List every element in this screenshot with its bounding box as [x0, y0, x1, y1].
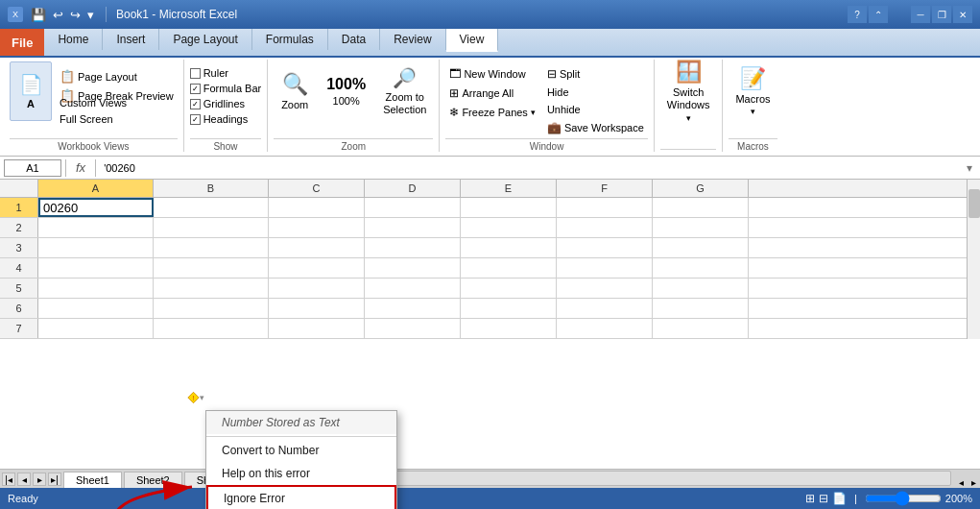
- row-num-6[interactable]: 6: [0, 299, 38, 318]
- row-num-2[interactable]: 2: [0, 218, 38, 237]
- headings-checkbox[interactable]: ✓: [190, 114, 201, 125]
- zoom-slider[interactable]: [865, 491, 942, 506]
- cell-d5[interactable]: [365, 279, 461, 298]
- view-toggle-normal[interactable]: ⊞: [805, 492, 815, 505]
- cell-g5[interactable]: [653, 279, 749, 298]
- convert-to-number-item[interactable]: Convert to Number: [206, 439, 396, 462]
- cell-b3[interactable]: [154, 238, 269, 257]
- ribbon-minimize-btn[interactable]: ⌃: [869, 6, 888, 23]
- save-quick-btn[interactable]: 💾: [29, 7, 48, 23]
- arrange-all-btn[interactable]: ⊞ Arrange All: [445, 85, 538, 102]
- full-screen-btn[interactable]: Full Screen: [56, 111, 178, 127]
- cell-d3[interactable]: [365, 238, 461, 257]
- cell-g6[interactable]: [653, 299, 749, 318]
- cell-e4[interactable]: [461, 258, 557, 278]
- cell-e6[interactable]: [461, 299, 557, 318]
- vertical-scrollbar[interactable]: [967, 180, 980, 339]
- help-button[interactable]: ?: [848, 6, 867, 23]
- cell-b1[interactable]: [154, 198, 269, 217]
- cell-d1[interactable]: [365, 198, 461, 217]
- normal-view-button[interactable]: 📄 A: [10, 61, 52, 121]
- custom-views-btn[interactable]: Custom Views: [56, 95, 178, 110]
- redo-btn[interactable]: ↪: [68, 7, 83, 23]
- restore-btn[interactable]: ❐: [932, 6, 951, 23]
- cell-g3[interactable]: [653, 238, 749, 257]
- macros-btn[interactable]: 📝 Macros ▾: [729, 61, 777, 121]
- cell-e5[interactable]: [461, 279, 557, 298]
- tab-formulas[interactable]: Formulas: [252, 29, 328, 50]
- cell-a7[interactable]: [38, 319, 154, 338]
- col-header-d[interactable]: D: [365, 180, 461, 197]
- close-btn[interactable]: ✕: [953, 6, 972, 23]
- col-header-a[interactable]: A: [38, 180, 154, 197]
- split-btn[interactable]: ⊟ Split: [543, 65, 648, 83]
- scrollbar-thumb[interactable]: [968, 189, 980, 218]
- cell-d2[interactable]: [365, 218, 461, 237]
- cell-a3[interactable]: [38, 238, 154, 257]
- sheet-nav-prev[interactable]: ◂: [17, 473, 31, 486]
- cell-c3[interactable]: [269, 238, 365, 257]
- formula-expand-icon[interactable]: ▾: [967, 161, 976, 175]
- quick-access-more[interactable]: ▾: [85, 7, 96, 23]
- row-num-7[interactable]: 7: [0, 319, 38, 338]
- switch-windows-btn[interactable]: 🪟 SwitchWindows ▾: [660, 61, 717, 121]
- cell-e3[interactable]: [461, 238, 557, 257]
- formula-bar-checkbox[interactable]: ✓: [190, 84, 201, 94]
- cell-a5[interactable]: [38, 279, 154, 298]
- cell-g4[interactable]: [653, 258, 749, 278]
- col-header-f[interactable]: F: [557, 180, 653, 197]
- row-num-1[interactable]: 1: [0, 198, 38, 217]
- row-num-4[interactable]: 4: [0, 258, 38, 278]
- sheet-nav-last[interactable]: ▸|: [48, 473, 61, 486]
- undo-btn[interactable]: ↩: [51, 7, 65, 23]
- col-header-c[interactable]: C: [269, 180, 365, 197]
- sheet-nav-next[interactable]: ▸: [33, 473, 46, 486]
- unhide-btn[interactable]: Unhide: [543, 102, 648, 117]
- zoom-selection-button[interactable]: 🔎 Zoom toSelection: [376, 61, 433, 121]
- cell-b6[interactable]: [154, 299, 269, 318]
- cell-d4[interactable]: [365, 258, 461, 278]
- cell-b4[interactable]: [154, 258, 269, 278]
- cell-c6[interactable]: [269, 299, 365, 318]
- cell-c1[interactable]: [269, 198, 365, 217]
- tab-page-layout[interactable]: Page Layout: [159, 29, 251, 50]
- file-tab[interactable]: File: [0, 29, 44, 56]
- freeze-panes-btn[interactable]: ❄ Freeze Panes ▾: [445, 104, 538, 121]
- page-layout-view-btn[interactable]: 📋 Page Layout: [56, 67, 178, 85]
- cell-e7[interactable]: [461, 319, 557, 338]
- cell-e2[interactable]: [461, 218, 557, 237]
- cell-g2[interactable]: [653, 218, 749, 237]
- cell-b5[interactable]: [154, 279, 269, 298]
- cell-a1[interactable]: 00260: [38, 198, 154, 217]
- sheet-tab-sheet2[interactable]: Sheet2: [124, 472, 182, 488]
- cell-f1[interactable]: [557, 198, 653, 217]
- cell-f5[interactable]: [557, 279, 653, 298]
- row-col-corner[interactable]: [0, 180, 38, 197]
- tab-review[interactable]: Review: [380, 29, 445, 50]
- tab-home[interactable]: Home: [44, 29, 103, 50]
- cell-f2[interactable]: [557, 218, 653, 237]
- view-toggle-layout[interactable]: ⊟: [819, 492, 828, 505]
- minimize-btn[interactable]: ─: [911, 6, 930, 23]
- cell-c5[interactable]: [269, 279, 365, 298]
- cell-d6[interactable]: [365, 299, 461, 318]
- sheet-nav-first[interactable]: |◂: [2, 473, 15, 486]
- ruler-checkbox[interactable]: [190, 68, 201, 79]
- sheet-tab-sheet1[interactable]: Sheet1: [63, 472, 122, 488]
- cell-b7[interactable]: [154, 319, 269, 338]
- cell-a4[interactable]: [38, 258, 154, 278]
- name-box[interactable]: [4, 159, 61, 177]
- col-header-g[interactable]: G: [653, 180, 749, 197]
- tab-view[interactable]: View: [446, 29, 499, 52]
- cell-g1[interactable]: [653, 198, 749, 217]
- cell-c7[interactable]: [269, 319, 365, 338]
- cell-f6[interactable]: [557, 299, 653, 318]
- row-num-3[interactable]: 3: [0, 238, 38, 257]
- cell-e1[interactable]: [461, 198, 557, 217]
- gridlines-checkbox[interactable]: ✓: [190, 99, 201, 109]
- h-scroll-left[interactable]: ◂: [955, 477, 968, 488]
- tab-insert[interactable]: Insert: [103, 29, 159, 50]
- zoom-100-button[interactable]: 100% 100%: [320, 61, 372, 121]
- new-window-btn[interactable]: 🗔 New Window: [445, 65, 538, 83]
- col-header-b[interactable]: B: [154, 180, 269, 197]
